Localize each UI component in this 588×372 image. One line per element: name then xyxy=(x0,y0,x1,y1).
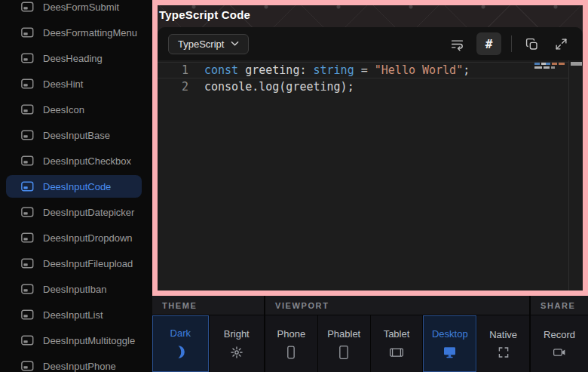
component-icon xyxy=(21,258,34,269)
section-label: THEME xyxy=(152,296,264,315)
sidebar-item-label: DeesInputIban xyxy=(43,284,107,295)
sidebar-item-deesinputbase[interactable]: DeesInputBase xyxy=(6,124,142,146)
button-label: Native xyxy=(489,329,517,340)
sidebar-item-deesformattingmenu[interactable]: DeesFormattingMenu xyxy=(6,21,142,44)
line-number: 1 xyxy=(158,62,204,78)
native-button[interactable]: Native xyxy=(477,315,529,372)
dark-button[interactable]: Dark xyxy=(152,315,209,372)
demo-background: TypeScript Code TypeScript # xyxy=(158,5,583,291)
section-label: SHARE xyxy=(531,296,588,315)
button-label: Phablet xyxy=(327,328,360,340)
control-section-viewport: VIEWPORTPhonePhabletTabletDesktopNative xyxy=(265,296,529,372)
component-icon xyxy=(21,27,34,38)
component-icon xyxy=(21,78,34,89)
demo-title: TypeScript Code xyxy=(159,8,250,21)
sidebar-item-label: DeesInputDropdown xyxy=(43,232,133,244)
code-editor: TypeScript # xyxy=(158,27,583,291)
sidebar-item-deesinputmultitoggle[interactable]: DeesInputMultitoggle xyxy=(6,329,142,352)
chevron-down-icon xyxy=(231,41,239,47)
sun-icon xyxy=(229,345,244,360)
editor-tools: # xyxy=(447,32,571,55)
sidebar-item-deesformsubmit[interactable]: DeesFormSubmit xyxy=(6,0,142,18)
component-icon xyxy=(21,335,34,346)
component-icon xyxy=(21,232,34,243)
sidebar-item-deesicon[interactable]: DeesIcon xyxy=(6,98,142,121)
minimap-divider xyxy=(568,60,569,291)
language-dropdown-value: TypeScript xyxy=(178,38,224,50)
bright-button[interactable]: Bright xyxy=(210,315,265,372)
sidebar-item-label: DeesInputBase xyxy=(43,130,110,141)
button-label: Desktop xyxy=(432,328,468,340)
word-wrap-icon[interactable] xyxy=(447,34,467,54)
control-section-theme: THEMEDarkBright xyxy=(152,296,264,372)
sidebar-item-deesinputlist[interactable]: DeesInputList xyxy=(6,303,142,326)
sidebar-item-deesinputdropdown[interactable]: DeesInputDropdown xyxy=(6,226,142,249)
code-text: console.log(greeting); xyxy=(204,78,354,95)
code-area[interactable]: 1const greeting: string = "Hello World";… xyxy=(158,60,583,291)
moon-icon xyxy=(173,344,188,360)
component-icon xyxy=(21,53,34,63)
minimap[interactable] xyxy=(534,63,568,69)
component-icon xyxy=(21,130,34,140)
component-icon xyxy=(21,104,34,115)
desktop-button[interactable]: Desktop xyxy=(423,315,476,372)
sidebar-item-label: DeesHint xyxy=(43,78,83,90)
component-sidebar: DeesFormSubmitDeesFormattingMenuDeesHead… xyxy=(0,0,152,372)
component-list: DeesFormSubmitDeesFormattingMenuDeesHead… xyxy=(0,0,152,372)
sidebar-item-deesinputphone[interactable]: DeesInputPhone xyxy=(6,355,142,372)
component-icon xyxy=(21,309,34,320)
sidebar-item-deesinputcheckbox[interactable]: DeesInputCheckbox xyxy=(6,149,142,172)
sidebar-item-deeshint[interactable]: DeesHint xyxy=(6,72,142,95)
button-label: Bright xyxy=(224,328,250,340)
component-icon xyxy=(21,284,34,294)
line-numbers-toggle-icon[interactable]: # xyxy=(476,32,501,55)
record-button[interactable]: Record xyxy=(531,315,588,372)
sidebar-item-label: DeesInputPhone xyxy=(43,361,116,372)
record-camera-icon xyxy=(552,346,567,359)
phablet-icon xyxy=(336,345,351,360)
sidebar-item-label: DeesFormattingMenu xyxy=(43,27,137,38)
phone-icon xyxy=(283,345,299,360)
control-section-share: SHARERecord xyxy=(531,296,588,372)
language-dropdown[interactable]: TypeScript xyxy=(168,34,249,54)
native-frame-icon xyxy=(497,346,510,359)
component-icon xyxy=(21,361,34,371)
code-line: 2console.log(greeting); xyxy=(158,78,583,95)
sidebar-item-label: DeesInputDatepicker xyxy=(43,207,134,218)
copy-icon[interactable] xyxy=(522,34,541,54)
sidebar-item-label: DeesInputMultitoggle xyxy=(43,335,135,346)
tablet-button[interactable]: Tablet xyxy=(371,315,423,372)
section-label: VIEWPORT xyxy=(265,296,529,315)
scrollbar-thumb[interactable] xyxy=(571,62,582,66)
line-number: 2 xyxy=(158,78,204,95)
expand-icon[interactable] xyxy=(551,34,571,54)
sidebar-item-deesinputcode[interactable]: DeesInputCode xyxy=(6,175,142,198)
button-label: Phone xyxy=(277,328,306,340)
desktop-icon xyxy=(442,345,458,360)
sidebar-item-deesinputdatepicker[interactable]: DeesInputDatepicker xyxy=(6,201,142,223)
component-icon xyxy=(21,181,34,192)
control-bar: THEMEDarkBrightVIEWPORTPhonePhabletTable… xyxy=(152,296,588,372)
sidebar-item-label: DeesIcon xyxy=(43,104,84,115)
sidebar-item-label: DeesInputList xyxy=(43,309,103,321)
sidebar-item-label: DeesInputCode xyxy=(43,181,111,192)
sidebar-item-deesinputiban[interactable]: DeesInputIban xyxy=(6,278,142,300)
sidebar-item-label: DeesFormSubmit xyxy=(43,2,119,13)
sidebar-item-label: DeesInputCheckbox xyxy=(43,155,131,167)
phone-button[interactable]: Phone xyxy=(265,315,317,372)
tablet-icon xyxy=(388,345,405,360)
component-icon xyxy=(21,155,34,166)
phablet-button[interactable]: Phablet xyxy=(318,315,370,372)
component-icon xyxy=(21,207,34,217)
code-line: 1const greeting: string = "Hello World"; xyxy=(158,62,569,78)
sidebar-item-label: DeesInputFileupload xyxy=(43,258,133,269)
demo-panel: TypeScript Code TypeScript # xyxy=(152,0,588,296)
code-lines: 1const greeting: string = "Hello World";… xyxy=(158,62,583,95)
button-label: Dark xyxy=(170,327,191,339)
sidebar-item-deesinputfileupload[interactable]: DeesInputFileupload xyxy=(6,252,142,275)
component-icon xyxy=(21,2,34,12)
sidebar-item-deesheading[interactable]: DeesHeading xyxy=(6,47,142,69)
sidebar-item-label: DeesHeading xyxy=(43,53,103,64)
code-text: const greeting: string = "Hello World"; xyxy=(204,62,470,78)
button-label: Record xyxy=(544,329,575,340)
